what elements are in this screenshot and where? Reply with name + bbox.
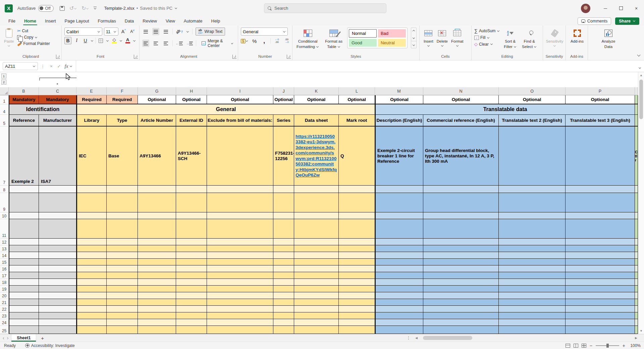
cell[interactable] [635,115,638,127]
cell[interactable] [9,265,39,272]
tab-page-layout[interactable]: Page Layout [60,17,94,25]
cell[interactable] [207,239,273,245]
cell[interactable] [566,186,635,193]
cell[interactable] [39,326,76,334]
cell[interactable] [499,272,566,279]
cell[interactable]: Identification [9,104,76,115]
cell[interactable] [339,272,375,279]
cell[interactable] [9,272,39,279]
cell[interactable] [76,219,107,239]
cell[interactable] [138,219,176,239]
cell[interactable] [176,319,207,326]
column-header-clipped[interactable] [635,87,638,95]
cell[interactable] [375,219,423,239]
cell[interactable] [566,326,635,334]
style-normal[interactable]: Normal [349,29,377,38]
cell[interactable] [207,212,273,219]
cell[interactable] [273,193,294,212]
cell[interactable] [207,312,273,319]
cell[interactable] [76,326,107,334]
alignment-dialog-launcher[interactable] [232,55,236,59]
cell[interactable]: Group head differential block, type AC, … [423,127,499,186]
cell[interactable]: Description (English) [375,115,423,127]
cell[interactable] [138,212,176,219]
cell[interactable] [635,95,638,104]
hscroll-left-button[interactable]: ◀ [415,336,418,340]
cell[interactable] [423,292,499,299]
row-header-8[interactable]: 8 [0,186,9,193]
cell[interactable] [635,259,638,265]
cell[interactable] [339,299,375,306]
cell[interactable]: A9Y13466 [138,127,176,186]
column-header-E[interactable]: E [76,87,107,95]
cell[interactable] [39,259,76,265]
cell[interactable] [339,326,375,334]
cell[interactable] [207,319,273,326]
cell[interactable] [499,259,566,265]
cell[interactable] [9,212,39,219]
copy-button[interactable]: Copy [17,35,50,40]
cell[interactable] [375,239,423,245]
cell[interactable] [107,239,138,245]
cell[interactable] [294,265,339,272]
cell[interactable] [339,259,375,265]
cell[interactable] [375,212,423,219]
cell[interactable] [138,186,176,193]
cell[interactable] [294,186,339,193]
cell[interactable] [176,292,207,299]
expand-formula-bar-button[interactable] [638,65,641,71]
cell[interactable] [39,186,76,193]
cell[interactable] [107,219,138,239]
cell[interactable] [294,319,339,326]
cell[interactable] [499,312,566,319]
cell[interactable] [294,292,339,299]
cell[interactable] [138,193,176,212]
search-input[interactable]: Search [264,3,386,13]
cell[interactable] [294,299,339,306]
orientation-button[interactable]: ab↗ [176,28,183,35]
cell[interactable]: Mandatory [39,95,76,104]
undo-icon[interactable]: ↺ [69,5,77,11]
cell[interactable] [635,193,638,212]
datasheet-link[interactable]: https://r1132100503382-eu1-3dswym.3dexpe… [296,134,337,178]
accessibility-status[interactable]: Accessibility: Investigate [25,343,75,348]
sort-filter-button[interactable]: AZ Sort & Filter [502,28,518,53]
row-header-11[interactable]: 11 [0,219,9,239]
scroll-up-icon[interactable]: ▲ [640,73,643,77]
cell[interactable] [138,245,176,252]
excel-logo-icon[interactable]: X [5,4,13,12]
tab-insert[interactable]: Insert [41,17,60,25]
user-avatar[interactable] [581,4,590,13]
cell[interactable] [635,279,638,286]
cell[interactable] [566,272,635,279]
cell[interactable] [294,306,339,312]
cell[interactable] [375,272,423,279]
cell[interactable] [294,312,339,319]
column-header-F[interactable]: F [107,87,138,95]
style-neutral[interactable]: Neutral [378,39,406,47]
minimize-button[interactable]: ─ [598,0,613,16]
italic-button[interactable]: I [73,37,80,44]
increase-font-size-button[interactable]: A^ [120,28,127,35]
cell[interactable] [423,272,499,279]
cell[interactable] [499,186,566,193]
cell[interactable]: Data sheet [294,115,339,127]
cell[interactable] [566,193,635,212]
cell[interactable]: Optional [499,95,566,104]
orientation-chevron-icon[interactable] [186,30,189,32]
row-header-13[interactable]: 13 [0,245,9,252]
add-sheet-button[interactable]: + [41,335,44,341]
autosave-control[interactable]: AutoSave Off [17,5,54,12]
column-group-dot[interactable] [57,83,58,85]
cell[interactable] [207,326,273,334]
row-header-15[interactable]: 15 [0,259,9,265]
cell[interactable] [635,312,638,319]
cell[interactable]: External ID [176,115,207,127]
confirm-entry-button[interactable]: ✓ [57,64,61,69]
row-header-23[interactable]: 23 [0,312,9,319]
cell[interactable] [499,286,566,292]
clear-button[interactable]: ◇Clear [474,42,500,47]
cell[interactable] [9,219,39,239]
cell[interactable] [294,193,339,212]
cell[interactable] [423,306,499,312]
